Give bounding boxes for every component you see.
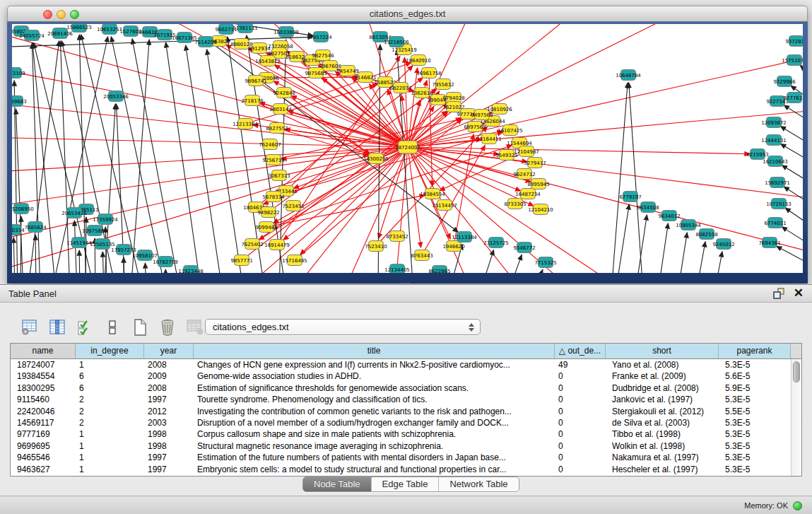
table-cell-title: Tourette syndrome. Phenomenology and cla… bbox=[194, 394, 555, 405]
citation-edge-black bbox=[781, 144, 803, 160]
graph-node-label: 7685624 bbox=[24, 225, 47, 230]
table-row[interactable]: 1938455462009Genome-wide association stu… bbox=[11, 370, 791, 382]
graph-node-label: 8427552 bbox=[266, 126, 288, 132]
table-options-button[interactable] bbox=[21, 319, 38, 336]
graph-node-label: 5279417 bbox=[524, 160, 546, 166]
new-column-button[interactable] bbox=[131, 319, 148, 336]
close-panel-icon[interactable]: ✕ bbox=[794, 288, 804, 299]
table-cell-pagerank: 5.9E-5 bbox=[719, 382, 791, 394]
table-row[interactable]: 911546021997Tourette syndrome. Phenomeno… bbox=[11, 394, 791, 405]
table-scrollbar[interactable] bbox=[791, 359, 801, 476]
graph-node-label: 7694361 bbox=[758, 240, 780, 246]
show-columns-button[interactable] bbox=[49, 319, 66, 336]
table-cell-short: Dudbridge et al. (2008) bbox=[606, 382, 719, 394]
graph-node-label: 15716485 bbox=[282, 258, 307, 264]
toggle-rows-button[interactable] bbox=[104, 319, 121, 336]
table-cell-pagerank: 5.3E-5 bbox=[719, 359, 791, 370]
delete-table-button[interactable] bbox=[187, 319, 204, 336]
graph-node-label: 11923448 bbox=[178, 269, 204, 274]
table-selector-dropdown[interactable]: citations_edges.txt bbox=[205, 319, 481, 335]
citation-edge-black bbox=[480, 250, 494, 273]
table-body: 1872400712008Changes of HCN gene express… bbox=[11, 359, 791, 476]
citation-edge-black bbox=[132, 39, 180, 273]
graph-node-label: 18640910 bbox=[406, 58, 431, 64]
column-header-out_degree[interactable]: △ out_de... bbox=[555, 344, 606, 358]
close-window-icon[interactable] bbox=[43, 10, 52, 19]
graph-node-label: 8454749 bbox=[336, 69, 358, 74]
graph-node-label: 20053346 bbox=[103, 94, 129, 100]
table-cell-title: Investigating the contribution of common… bbox=[194, 406, 555, 417]
tab-node-table[interactable]: Node Table bbox=[303, 477, 372, 491]
table-row[interactable]: 946554611997Estimation of the future num… bbox=[11, 452, 791, 463]
graph-node-label: 3067313 bbox=[268, 173, 290, 179]
window-titlebar[interactable]: citations_edges.txt bbox=[7, 6, 808, 22]
column-header-pagerank[interactable]: pagerank bbox=[719, 344, 791, 358]
graph-node-label: 9634508 bbox=[637, 205, 659, 211]
minimize-window-icon[interactable] bbox=[57, 10, 66, 19]
table-cell-in_degree: 2 bbox=[76, 394, 144, 405]
table-cell-in_degree: 1 bbox=[76, 464, 144, 475]
table-cell-in_degree: 6 bbox=[76, 370, 144, 382]
table-cell-name: 9777169 bbox=[11, 428, 76, 440]
table-cell-short: Wolkin et al. (1998) bbox=[606, 440, 719, 452]
column-header-in_degree[interactable]: in_degree bbox=[76, 344, 144, 358]
status-bar: Memory: OK bbox=[0, 496, 812, 514]
graph-node-label: 9346772 bbox=[513, 245, 535, 251]
graph-node-label: 20691406 bbox=[47, 31, 73, 37]
column-header-short[interactable]: short bbox=[606, 344, 719, 358]
citation-edge-red bbox=[408, 52, 803, 147]
table-row[interactable]: 977716911998Corpus callosum shape and si… bbox=[11, 428, 791, 440]
table-cell-short: Nakamura et al. (1997) bbox=[606, 452, 719, 463]
graph-node-label: 23164411 bbox=[476, 136, 502, 142]
graph-node-label: 7523451 bbox=[282, 204, 304, 209]
window-title: citations_edges.txt bbox=[8, 6, 807, 22]
citation-edge-black bbox=[611, 83, 628, 273]
table-row[interactable]: 946362711997Embryonic stem cells: a mode… bbox=[11, 464, 791, 475]
table-row[interactable]: 1456911722003Disruption of a novel membe… bbox=[11, 417, 791, 428]
table-row[interactable]: 1872400712008Changes of HCN gene express… bbox=[11, 359, 791, 370]
table-cell-name: 9465546 bbox=[11, 452, 76, 463]
graph-node-label: 23125725 bbox=[483, 240, 509, 246]
citation-edge-red bbox=[408, 147, 750, 154]
panel-resize-grip[interactable] bbox=[401, 283, 409, 287]
graph-node-label: 16033809 bbox=[273, 30, 299, 35]
float-window-icon[interactable] bbox=[772, 288, 785, 299]
column-header-name[interactable]: name bbox=[11, 344, 76, 358]
graph-node-label: 9277612 bbox=[783, 95, 803, 101]
delete-column-button[interactable] bbox=[159, 319, 176, 336]
graph-node-label: 9245012 bbox=[712, 242, 734, 247]
column-header-year[interactable]: year bbox=[144, 344, 194, 358]
table-cell-short: Hescheler et al. (1997) bbox=[606, 464, 719, 475]
graph-node-label: 9857771 bbox=[230, 258, 252, 264]
select-rows-button[interactable] bbox=[76, 319, 93, 336]
table-scrollbar-thumb[interactable] bbox=[793, 361, 800, 382]
table-row[interactable]: 1830029562008Estimation of significance … bbox=[11, 382, 791, 394]
table-cell-out_degree: 0 bbox=[555, 394, 606, 405]
column-header-title[interactable]: title bbox=[194, 344, 555, 358]
graph-node-label: 17957273 bbox=[111, 247, 136, 253]
tab-edge-table[interactable]: Edge Table bbox=[372, 477, 440, 491]
graph-node-label: 10905344 bbox=[676, 223, 701, 228]
table-cell-year: 2003 bbox=[144, 417, 194, 428]
graph-node-label: 15134457 bbox=[432, 203, 457, 209]
table-cell-year: 1998 bbox=[144, 440, 194, 452]
table-row[interactable]: 2242004622012Investigating the contribut… bbox=[11, 406, 791, 417]
graph-node-label: 19218506 bbox=[384, 40, 409, 45]
table-cell-year: 1997 bbox=[144, 452, 194, 463]
tab-network-table[interactable]: Network Table bbox=[439, 477, 518, 491]
graph-node-label: 16671385 bbox=[172, 35, 197, 41]
table-cell-title: Corpus callosum shape and size in male p… bbox=[194, 428, 555, 440]
table-cell-in_degree: 1 bbox=[76, 452, 144, 463]
graph-node-label: 10975887 bbox=[82, 228, 107, 234]
graph-node-label: 7857224 bbox=[310, 35, 332, 40]
table-cell-in_degree: 1 bbox=[76, 359, 144, 370]
graph-node-label: 11451944 bbox=[66, 240, 92, 246]
network-canvas[interactable]: 1872400718300295193845541513445779638228… bbox=[12, 24, 803, 273]
graph-node-label: 19384554 bbox=[420, 192, 445, 197]
graph-node-label: 16914479 bbox=[264, 243, 290, 248]
table-cell-year: 2009 bbox=[144, 370, 194, 382]
table-cell-pagerank: 5.5E-5 bbox=[719, 406, 791, 417]
table-row[interactable]: 969969511998Structural magnetic resonanc… bbox=[11, 440, 791, 452]
citation-edge-black bbox=[784, 187, 803, 202]
zoom-window-icon[interactable] bbox=[70, 10, 79, 19]
